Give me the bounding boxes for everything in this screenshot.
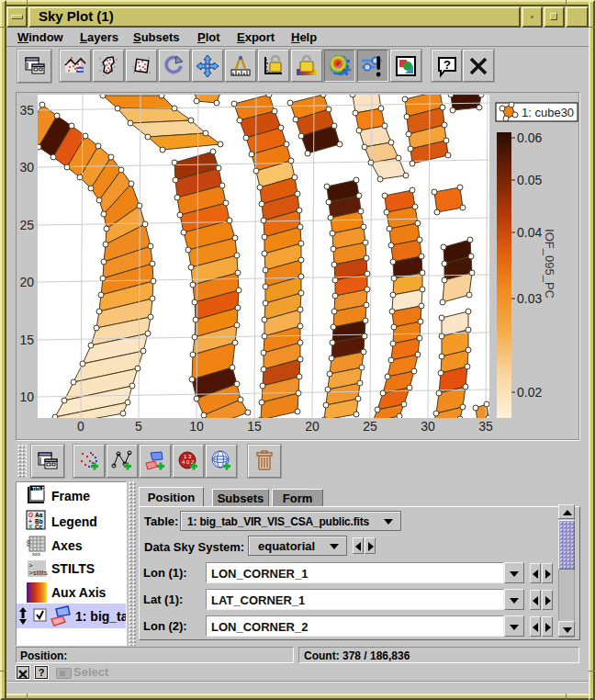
- svg-text:1: cube30: 1: cube30: [522, 106, 574, 119]
- svg-text:0.03: 0.03: [517, 291, 542, 306]
- svg-text:xxx: xxx: [32, 551, 40, 557]
- svg-text:Legend: Legend: [51, 514, 97, 529]
- svg-text:TITLE: TITLE: [32, 486, 46, 491]
- svg-text:?: ?: [443, 58, 451, 72]
- svg-text:35: 35: [478, 419, 493, 434]
- svg-text:15: 15: [19, 333, 34, 347]
- svg-text:20: 20: [19, 275, 34, 289]
- svg-text:15: 15: [247, 419, 262, 434]
- svg-text:35: 35: [19, 103, 34, 118]
- svg-text:20: 20: [305, 419, 320, 434]
- svg-text:X: X: [28, 524, 33, 530]
- svg-text:25: 25: [19, 218, 34, 232]
- svg-text:Frame: Frame: [51, 489, 90, 503]
- svg-text:0.04: 0.04: [517, 225, 542, 240]
- svg-text:0.02: 0.02: [517, 385, 542, 400]
- svg-text:STILTS: STILTS: [51, 561, 95, 576]
- svg-text:1: big_tab: 1: big_tab: [75, 609, 126, 624]
- svg-text:30: 30: [19, 160, 34, 175]
- svg-text:30: 30: [421, 419, 435, 434]
- svg-text:>stilts: >stilts: [28, 569, 48, 577]
- svg-text:Cc: Cc: [35, 524, 43, 530]
- svg-text:25: 25: [363, 419, 377, 434]
- svg-text:Axes: Axes: [51, 538, 83, 553]
- svg-text:10: 10: [189, 419, 204, 434]
- svg-text:10: 10: [19, 390, 34, 404]
- svg-text:0.06: 0.06: [517, 130, 542, 145]
- svg-text:0.05: 0.05: [517, 173, 542, 187]
- svg-text:IOF_095_PC: IOF_095_PC: [543, 229, 556, 299]
- svg-text:5: 5: [135, 419, 142, 434]
- svg-text:Aux Axis: Aux Axis: [51, 585, 107, 600]
- svg-text:yyy: yyy: [25, 539, 30, 547]
- svg-text:0: 0: [77, 419, 84, 434]
